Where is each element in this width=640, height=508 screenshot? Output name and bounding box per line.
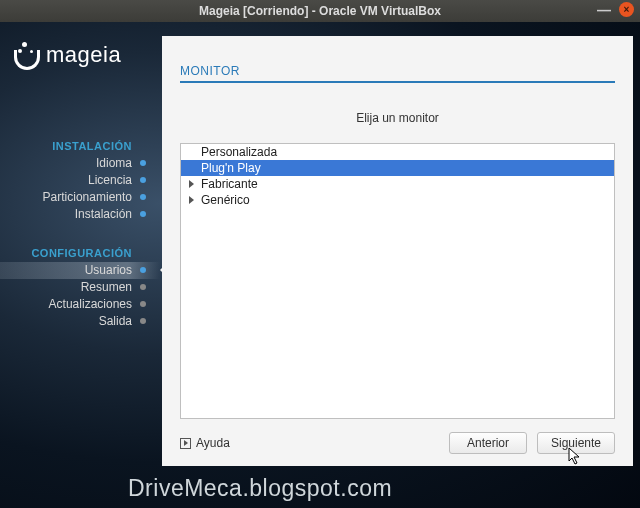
chevron-right-icon xyxy=(189,180,194,188)
status-dot-icon xyxy=(140,267,146,273)
previous-button[interactable]: Anterior xyxy=(449,432,527,454)
sidebar-item-usuarios[interactable]: Usuarios xyxy=(0,262,160,279)
main-panel: MONITOR Elija un monitor Personalizada P… xyxy=(162,36,633,466)
sidebar-item-particionamiento[interactable]: Particionamiento xyxy=(0,189,160,206)
sidebar-item-actualizaciones[interactable]: Actualizaciones xyxy=(0,296,160,313)
status-dot-icon xyxy=(140,301,146,307)
window-title: Mageia [Corriendo] - Oracle VM VirtualBo… xyxy=(199,4,441,18)
sidebar-section-config: CONFIGURACIÓN xyxy=(0,245,160,262)
play-icon xyxy=(180,438,191,449)
status-dot-icon xyxy=(140,211,146,217)
minimize-button[interactable]: — xyxy=(597,6,611,14)
list-item[interactable]: Fabricante xyxy=(181,176,614,192)
monitor-listbox[interactable]: Personalizada Plug'n Play Fabricante Gen… xyxy=(180,143,615,419)
panel-prompt: Elija un monitor xyxy=(180,111,615,125)
help-button[interactable]: Ayuda xyxy=(180,436,230,450)
status-dot-icon xyxy=(140,160,146,166)
sidebar-section-install: INSTALACIÓN xyxy=(0,138,160,155)
sidebar-item-licencia[interactable]: Licencia xyxy=(0,172,160,189)
window-titlebar: Mageia [Corriendo] - Oracle VM VirtualBo… xyxy=(0,0,640,22)
help-label: Ayuda xyxy=(196,436,230,450)
status-dot-icon xyxy=(140,284,146,290)
status-dot-icon xyxy=(140,318,146,324)
list-item[interactable]: Genérico xyxy=(181,192,614,208)
status-dot-icon xyxy=(140,177,146,183)
sidebar-item-idioma[interactable]: Idioma xyxy=(0,155,160,172)
list-item[interactable]: Personalizada xyxy=(181,144,614,160)
logo-text: mageia xyxy=(46,42,121,68)
list-item[interactable]: Plug'n Play xyxy=(181,160,614,176)
mageia-logo: mageia xyxy=(14,40,121,70)
close-button[interactable]: × xyxy=(619,2,634,17)
sidebar: INSTALACIÓN Idioma Licencia Particionami… xyxy=(0,138,160,330)
sidebar-item-instalacion[interactable]: Instalación xyxy=(0,206,160,223)
panel-heading: MONITOR xyxy=(180,64,615,83)
sidebar-item-salida[interactable]: Salida xyxy=(0,313,160,330)
sidebar-item-resumen[interactable]: Resumen xyxy=(0,279,160,296)
watermark-text: DriveMeca.blogspot.com xyxy=(128,475,392,502)
next-button[interactable]: Siguiente xyxy=(537,432,615,454)
chevron-right-icon xyxy=(189,196,194,204)
mageia-icon xyxy=(14,40,40,70)
status-dot-icon xyxy=(140,194,146,200)
